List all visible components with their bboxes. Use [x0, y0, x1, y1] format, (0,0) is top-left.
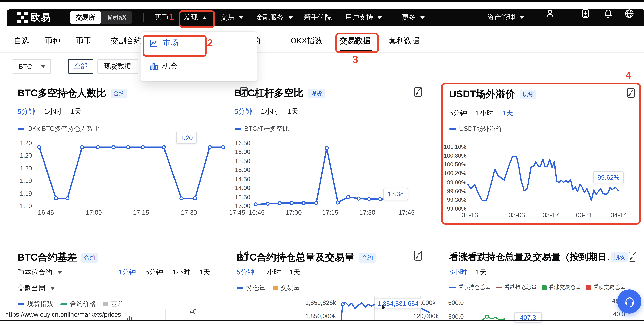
language-globe-icon[interactable] [624, 9, 634, 18]
x-tick: 04-14 [610, 212, 627, 219]
annotation-step-4: 4 [626, 69, 631, 81]
x-tick: 17:15 [322, 209, 338, 216]
nav-item-academy[interactable]: 新手学院 [304, 9, 332, 26]
expand-icon[interactable] [414, 251, 422, 261]
tf-1h[interactable]: 1小时 [476, 109, 494, 118]
bars-icon [150, 62, 158, 70]
y-tick: 1.20 [20, 165, 32, 172]
user-icon[interactable] [545, 9, 555, 18]
expand-icon[interactable] [627, 88, 635, 98]
chevron-down-icon [50, 287, 54, 290]
nav-divider [567, 13, 567, 22]
y-tick: 15.00 [235, 166, 250, 174]
x-tick: 02-13 [462, 212, 478, 219]
tab-arbitrage-data[interactable]: 套利数据 [388, 36, 419, 46]
top-navbar: 欧易 交易所 MetaX 买币 发现 交易 金融服务 新手学院 用户支持 更多 … [7, 9, 644, 26]
tf-1d[interactable]: 1天 [502, 109, 513, 118]
tab-coins[interactable]: 币种 [45, 36, 60, 46]
timeframe-switch: 5分钟 1小时 1天 [18, 107, 82, 116]
download-app-icon[interactable] [581, 9, 590, 18]
mode-toggle[interactable]: 交易所 MetaX [70, 11, 132, 24]
tf-1h[interactable]: 1小时 [172, 268, 190, 277]
card-btc-margin-long-short-ratio: BTC杠杆多空比 现货 5分钟 1小时 1天 BTC杠杆多空比 16.5016.… [231, 82, 432, 232]
tf-5min[interactable]: 5分钟 [145, 268, 163, 277]
tab-spot[interactable]: 币币 [76, 36, 91, 46]
line-chart-call-volume-fragment[interactable] [477, 296, 508, 321]
card-call-put-open-interest-volume: 看涨看跌持仓总量及交易量（按到期日… 期权 8小时 1天 看涨持仓总量 看跌持仓… [441, 247, 642, 321]
y-tick: 14.00 [235, 184, 250, 192]
card-title: BTC多空持仓人数比 [18, 86, 106, 100]
card-btc-open-interest-volume: BTC合约持仓总量及交易量 合约 5分钟 1小时 1天 持仓量 交易量 1,85… [231, 247, 432, 321]
nav-item-buy-crypto[interactable]: 买币 [154, 9, 168, 26]
tf-5min[interactable]: 5分钟 [236, 268, 254, 277]
delivery-week-select[interactable]: 交割当周 [18, 284, 54, 293]
chart-tooltip: 1.20 [176, 132, 197, 144]
tf-1d[interactable]: 1天 [200, 268, 210, 277]
tf-5min[interactable]: 5分钟 [18, 107, 35, 116]
tab-delivery-futures[interactable]: 交割合约 [111, 36, 142, 46]
tf-8h[interactable]: 8小时 [449, 268, 467, 277]
tf-1d[interactable]: 1天 [290, 268, 300, 277]
options-badge: 期权 [611, 252, 628, 262]
tf-1h[interactable]: 1小时 [44, 107, 62, 116]
chart-gridline [166, 309, 166, 320]
tf-1d[interactable]: 1天 [288, 107, 298, 116]
window-bottom-edge [0, 320, 644, 321]
x-tick: 17:15 [133, 209, 149, 216]
filter-spot-data-button[interactable]: 现货数据 [97, 59, 138, 74]
x-tick: 03-31 [576, 212, 592, 219]
tab-okx-index[interactable]: OKX指数 [290, 36, 322, 46]
timeframe-switch: 5分钟 1小时 1天 [236, 268, 300, 277]
y-tick: 100.20% [444, 170, 466, 176]
nav-item-trade[interactable]: 交易 [220, 9, 243, 26]
tf-5min[interactable]: 5分钟 [449, 109, 467, 118]
annotation-step-2: 2 [207, 37, 213, 49]
tf-5min[interactable]: 5分钟 [234, 107, 252, 116]
okx-logo-icon [17, 12, 28, 23]
tf-1h[interactable]: 1小时 [263, 268, 281, 277]
chart-tooltip: 99.62% [593, 171, 624, 183]
nav-item-financial-services[interactable]: 金融服务 [256, 9, 293, 26]
tf-1d[interactable]: 1天 [476, 268, 486, 277]
chart-legend: USDT场外溢价 [449, 125, 502, 133]
y-tick: 99.60% [447, 188, 466, 194]
contract-badge: 合约 [82, 253, 98, 262]
y-axis-labels: 1.201.201.201.191.191.19 [16, 143, 32, 206]
coin-select[interactable]: BTC [13, 59, 51, 74]
nav-item-support[interactable]: 用户支持 [345, 9, 382, 26]
tf-1h[interactable]: 1小时 [261, 107, 279, 116]
chart-legend: BTC杠杆多空比 [234, 125, 289, 133]
tf-1d[interactable]: 1天 [70, 107, 82, 116]
annotation-step-1: 1 [169, 12, 174, 23]
mode-exchange[interactable]: 交易所 [70, 11, 101, 24]
nav-item-assets[interactable]: 资产管理 [488, 9, 524, 26]
annotation-box-discover [179, 10, 215, 28]
customer-support-button[interactable] [617, 289, 642, 314]
y-axis-labels: 101.10%100.80%100.50%100.20%99.90%99.60%… [443, 147, 466, 209]
y-tick: 1.19 [20, 177, 32, 184]
nav-item-more[interactable]: 更多 [402, 9, 424, 26]
status-bar-url: https://www.ouyicn.online/markets/prices [0, 307, 120, 321]
expand-icon[interactable] [414, 87, 422, 97]
mouse-cursor-icon [381, 304, 386, 311]
dropdown-item-opportunities[interactable]: 机会 [150, 61, 178, 71]
y-axis-label-left: 1,859,826k [298, 299, 336, 306]
chevron-down-icon [520, 16, 524, 19]
expand-icon[interactable] [628, 252, 636, 262]
x-tick: 16:45 [248, 209, 265, 216]
x-tick: 17:30 [181, 209, 197, 216]
notifications-bell-icon[interactable] [603, 9, 613, 18]
card-title: BTC合约基差 [18, 251, 77, 264]
mode-metax[interactable]: MetaX [101, 14, 132, 21]
tf-1min[interactable]: 1分钟 [118, 268, 136, 277]
card-title: 看涨看跌持仓总量及交易量（按到期日… [449, 251, 609, 263]
line-chart-long-short-ratio[interactable]: 16:4517:0017:1517:3017:45 [35, 143, 244, 207]
filter-all-button[interactable]: 全部 [68, 59, 93, 74]
y-axis-labels: 16.5016.0015.5015.0014.5014.0013.5013.00 [231, 143, 250, 206]
tab-favorites[interactable]: 自选 [14, 36, 29, 46]
okx-logo[interactable]: 欧易 [17, 9, 51, 26]
margin-type-select[interactable]: 币本位合约 [18, 268, 62, 277]
y-tick: 101.10% [444, 144, 466, 150]
chevron-down-icon [378, 16, 382, 19]
y-tick: 99.00% [447, 205, 466, 212]
